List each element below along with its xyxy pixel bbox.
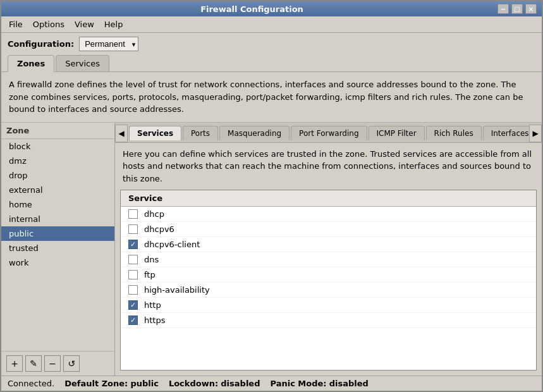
service-row-http: http: [121, 298, 536, 313]
service-name-http: http: [144, 300, 161, 310]
right-panel: ◀ Services Ports Masquerading Port Forwa…: [115, 123, 542, 376]
config-row: Configuration: Permanent Runtime: [1, 33, 542, 55]
subtab-masquerading[interactable]: Masquerading: [219, 126, 290, 140]
status-lockdown: Lockdown: disabled: [169, 379, 260, 388]
service-row-high-availability: high-availability: [121, 283, 536, 298]
config-select[interactable]: Permanent Runtime: [79, 37, 138, 51]
remove-zone-button[interactable]: −: [44, 355, 61, 372]
service-row-dhcp: dhcp: [121, 207, 536, 222]
sidebar-item-internal[interactable]: internal: [1, 212, 114, 226]
services-area: Here you can define which services are t…: [115, 143, 542, 376]
status-panic: Panic Mode: disabled: [270, 379, 368, 388]
edit-zone-button[interactable]: ✎: [25, 355, 42, 372]
service-row-ftp: ftp: [121, 267, 536, 283]
service-row-dhcpv6-client: dhcpv6-client: [121, 237, 536, 252]
service-row-dhcpv6: dhcpv6: [121, 222, 536, 237]
sidebar-actions: + ✎ − ↺: [1, 351, 114, 376]
service-checkbox-high-availability[interactable]: [128, 285, 138, 295]
subtab-rich-rules[interactable]: Rich Rules: [426, 126, 482, 140]
close-button[interactable]: ×: [525, 4, 537, 14]
subtabs-right-btn[interactable]: ▶: [529, 125, 542, 142]
sidebar: Zone block dmz drop external home intern…: [1, 123, 115, 376]
services-table-body: dhcp dhcpv6 dhcpv6-client dns: [121, 207, 536, 370]
status-default-zone: Default Zone: public: [64, 379, 159, 388]
menu-view[interactable]: View: [70, 18, 99, 31]
titlebar-buttons: − □ ×: [497, 4, 537, 14]
maximize-button[interactable]: □: [511, 4, 523, 14]
sidebar-item-drop[interactable]: drop: [1, 168, 114, 183]
subtab-icmp-filter[interactable]: ICMP Filter: [369, 126, 425, 140]
services-table: Service dhcp dhcpv6 dhcpv6-client: [120, 190, 537, 371]
subtab-interfaces[interactable]: Interfaces: [483, 126, 529, 140]
services-table-header: Service: [121, 190, 536, 207]
sidebar-item-work[interactable]: work: [1, 255, 114, 270]
sidebar-item-public[interactable]: public: [1, 226, 114, 241]
service-checkbox-http[interactable]: [128, 300, 138, 310]
sidebar-item-block[interactable]: block: [1, 139, 114, 154]
description-text: A firewalld zone defines the level of tr…: [1, 72, 542, 123]
sidebar-item-dmz[interactable]: dmz: [1, 154, 114, 168]
main-tabs: Zones Services: [1, 55, 542, 72]
service-checkbox-dns[interactable]: [128, 255, 138, 264]
sidebar-list: block dmz drop external home internal pu…: [1, 139, 114, 352]
config-select-wrap: Permanent Runtime: [79, 37, 138, 51]
menu-help[interactable]: Help: [99, 18, 128, 31]
menu-options[interactable]: Options: [28, 18, 70, 31]
service-name-https: https: [144, 315, 165, 325]
sidebar-item-home[interactable]: home: [1, 197, 114, 212]
minimize-button[interactable]: −: [497, 4, 509, 14]
service-checkbox-https[interactable]: [128, 315, 138, 325]
subtabs-wrapper: ◀ Services Ports Masquerading Port Forwa…: [115, 123, 542, 143]
content-area: Zone block dmz drop external home intern…: [1, 123, 542, 376]
service-checkbox-ftp[interactable]: [128, 270, 138, 279]
subtab-services[interactable]: Services: [129, 126, 181, 140]
service-checkbox-dhcpv6[interactable]: [128, 224, 138, 234]
tab-zones[interactable]: Zones: [8, 55, 54, 72]
titlebar-title: Firewall Configuration: [6, 4, 497, 14]
status-connected: Connected.: [8, 379, 54, 388]
subtabs-left-btn[interactable]: ◀: [115, 125, 128, 142]
config-label: Configuration:: [8, 39, 74, 49]
sidebar-item-trusted[interactable]: trusted: [1, 241, 114, 255]
service-checkbox-dhcpv6-client[interactable]: [128, 240, 138, 249]
subtab-ports[interactable]: Ports: [183, 126, 218, 140]
add-zone-button[interactable]: +: [6, 355, 23, 372]
services-description: Here you can define which services are t…: [120, 148, 537, 185]
service-name-dhcpv6: dhcpv6: [144, 224, 174, 234]
refresh-button[interactable]: ↺: [63, 355, 80, 372]
subtab-port-forwarding[interactable]: Port Forwarding: [291, 126, 367, 140]
sidebar-header: Zone: [1, 123, 114, 139]
tab-services[interactable]: Services: [56, 55, 109, 71]
menu-file[interactable]: File: [4, 18, 28, 31]
service-row-https: https: [121, 313, 536, 328]
menubar: File Options View Help: [1, 16, 542, 33]
service-name-high-availability: high-availability: [144, 285, 210, 295]
titlebar: Firewall Configuration − □ ×: [1, 1, 542, 16]
service-name-ftp: ftp: [144, 270, 156, 279]
service-name-dns: dns: [144, 255, 159, 264]
service-name-dhcpv6-client: dhcpv6-client: [144, 240, 200, 249]
sidebar-item-external[interactable]: external: [1, 183, 114, 197]
service-checkbox-dhcp[interactable]: [128, 209, 138, 219]
service-row-dns: dns: [121, 252, 536, 267]
subtabs-list: Services Ports Masquerading Port Forward…: [128, 126, 529, 140]
service-name-dhcp: dhcp: [144, 209, 164, 219]
statusbar: Connected. Default Zone: public Lockdown…: [1, 376, 542, 391]
